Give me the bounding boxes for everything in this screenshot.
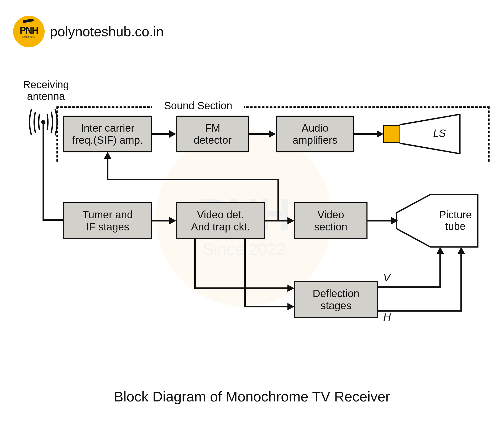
arrow-icon <box>287 303 294 310</box>
block-audio-amplifiers: Audio amplifiers <box>276 116 354 152</box>
wire <box>460 253 462 312</box>
site-header: PNH Since 2022 polynoteshub.co.in <box>13 16 164 47</box>
wire <box>43 219 63 221</box>
arrow-icon <box>287 285 294 292</box>
wire <box>354 133 378 135</box>
wire <box>152 133 171 135</box>
arrow-icon <box>391 217 398 224</box>
label-picture-tube: Picture tube <box>433 209 478 232</box>
grad-cap-icon <box>23 19 34 23</box>
arrow-icon <box>437 247 444 254</box>
wire <box>439 253 441 288</box>
wire <box>277 179 279 221</box>
label-antenna: Receiving antenna <box>16 79 76 102</box>
logo-text: PNH <box>20 25 38 36</box>
picture-tube-icon: Picture tube <box>396 192 486 250</box>
wire <box>378 310 462 312</box>
figure-caption: Block Diagram of Monochrome TV Receiver <box>0 388 504 405</box>
wire <box>107 179 279 180</box>
block-video-section: Video section <box>294 202 368 239</box>
wire <box>43 145 44 221</box>
wire <box>194 287 289 289</box>
loudspeaker-icon <box>383 114 462 154</box>
label-sound-section: Sound Section <box>152 100 244 111</box>
label-ls: LS <box>433 127 446 139</box>
arrow-icon <box>287 217 294 224</box>
wire <box>152 220 171 221</box>
block-diagram: Receiving antenna Sound Section Inter ca… <box>16 79 494 355</box>
label-v: V <box>383 272 390 283</box>
arrow-icon <box>169 130 176 138</box>
logo-icon: PNH Since 2022 <box>13 16 45 47</box>
wire <box>244 306 289 307</box>
wire <box>265 220 289 221</box>
svg-marker-5 <box>400 114 460 154</box>
wire <box>107 158 108 180</box>
page: PNH Since 2022 polynoteshub.co.in PNH Si… <box>0 0 504 423</box>
label-h: H <box>383 311 391 323</box>
wire <box>368 220 392 221</box>
block-deflection-stages: Deflection stages <box>294 281 378 318</box>
block-sif-amp: Inter carrier freq.(SIF) amp. <box>63 116 152 152</box>
site-url: polynoteshub.co.in <box>50 24 164 39</box>
block-fm-detector: FM detector <box>176 116 249 152</box>
wire <box>249 133 270 135</box>
wire <box>378 286 441 288</box>
arrow-icon <box>104 152 111 159</box>
arrow-icon <box>269 130 276 138</box>
sound-section-frame-right <box>487 106 490 162</box>
arrow-icon <box>377 130 384 138</box>
block-tuner-if: Tumer and IF stages <box>63 202 152 239</box>
wire <box>194 239 196 289</box>
arrow-icon <box>169 217 176 224</box>
arrow-icon <box>458 247 465 254</box>
block-video-detector: Video det. And trap ckt. <box>176 202 265 239</box>
logo-subtext: Since 2022 <box>22 35 35 38</box>
wire <box>244 239 246 307</box>
